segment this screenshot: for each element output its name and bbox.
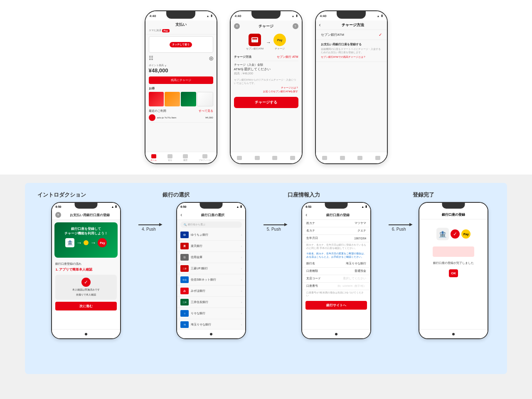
intro-nav	[52, 329, 120, 338]
search-placeholder: 銀行名から選ぶ	[188, 223, 205, 227]
history-icon-3	[357, 156, 362, 160]
nav-send[interactable]: 送る	[167, 154, 172, 161]
nav-profile[interactable]: プロフィール	[199, 154, 211, 161]
bank-option-link[interactable]: セブン銀行ATMでの残高チャージとは？	[321, 55, 382, 59]
nav-home-3[interactable]	[322, 156, 327, 160]
bank-nav	[177, 329, 245, 338]
phone-complete: 6:54 ▲ ▮ 銀行口座の登録 🏦 ✓ Pay 銀行口座の登録が完了しました	[419, 202, 488, 339]
resona-chevron: ›	[241, 312, 242, 315]
bank-item-saitama[interactable]: 埼 埼玉りそな銀行 ›	[177, 319, 245, 330]
bottom-section: イントロダクション 6:50 ▲ ▮ ✕ お支払い用銀行口座の登録	[25, 183, 507, 374]
selfie-box: ✓ 本人確認は実施済みです 自撮りで本人確認	[55, 275, 117, 300]
account-title: 銀行口座の登録	[309, 213, 367, 217]
bank-item-shinkin[interactable]: 信 信用金庫 ›	[177, 252, 245, 263]
payment-title: 支払い	[149, 22, 213, 27]
arrow-line-5	[264, 224, 284, 225]
home-icon-2	[237, 156, 242, 160]
selfie-link[interactable]: 自撮りで本人確認	[76, 293, 96, 297]
bank-back[interactable]: ‹	[180, 212, 182, 218]
all-btn[interactable]: すべて見る	[199, 109, 213, 113]
intro-wifi: ▲	[111, 205, 114, 208]
nav-history-2[interactable]	[272, 156, 277, 160]
back-btn[interactable]: ‹	[319, 22, 321, 28]
step-intro-label: イントロダクション	[37, 191, 86, 199]
nearest-link[interactable]: お近くのセブン銀行ATMを探す	[234, 90, 298, 94]
method-atm-name: セブン銀行ATM	[321, 32, 344, 37]
nav-home[interactable]: ホーム	[150, 154, 157, 161]
method-bank-option[interactable]: お支払い用銀行口座を登録する 金融機関の口座をスマートペイにチャージ・入金するた…	[316, 40, 387, 62]
yucho-chevron: ›	[241, 233, 242, 237]
nav-send-2[interactable]	[255, 156, 260, 160]
profile-icon-3	[375, 156, 380, 160]
charge-link[interactable]: チャージとは？	[234, 86, 298, 90]
sbi-name: 住信SBIネット銀行	[191, 278, 239, 282]
bank-item-smbc[interactable]: 三井 三井住友銀行 ›	[177, 297, 245, 308]
account-mei: 名カナ クエナ	[302, 227, 370, 235]
sbi-chevron: ›	[241, 278, 242, 282]
flow-to: Pay チャージ	[273, 34, 286, 51]
qr-button[interactable]: タッチして使う	[170, 42, 192, 47]
barcode-icon: ☷	[149, 55, 153, 61]
step-complete-label: 登録完了	[413, 191, 434, 199]
shinkin-name: 信用金庫	[191, 255, 239, 259]
yucho-name: ゆうちょ銀行	[191, 233, 239, 237]
nav-profile-label: プロフィール	[199, 159, 211, 161]
complete-pay-icon: Pay	[461, 229, 470, 239]
nav-home-2[interactable]	[237, 156, 242, 160]
rakuten-name: 楽天銀行	[191, 244, 239, 248]
bank-search[interactable]: 🔍 銀行名から選ぶ	[180, 222, 242, 228]
bank-item-sbi[interactable]: 住信 住信SBIネット銀行 ›	[177, 274, 245, 286]
method-atm-item[interactable]: セブン銀行ATM ✓	[316, 30, 387, 40]
barcode-row: ☷ ◎	[145, 54, 217, 62]
nav-send-3[interactable]	[340, 156, 345, 160]
bank-item-rakuten[interactable]: 楽 楽天銀行 ›	[177, 241, 245, 252]
smbc-chevron: ›	[241, 300, 242, 304]
bank-item-resona[interactable]: り りそな銀行 ›	[177, 308, 245, 319]
intro-icons-row: 🏦 → → Pay	[65, 238, 107, 247]
mei-label: 名カナ	[306, 229, 315, 233]
charge-do-button[interactable]: チャージする	[234, 97, 298, 108]
ok-button[interactable]: OK	[449, 269, 458, 277]
nav-profile-2[interactable]	[290, 156, 295, 160]
phone-charge: 4:40 ▲ ▮ ✕ チャージ ?	[230, 10, 303, 164]
recent-amount: ¥4,000	[205, 116, 213, 119]
charge-button[interactable]: 残高にチャージ	[149, 76, 213, 84]
otoku-section: お得	[145, 85, 217, 108]
account-note1: 姓カナ、名カナ、生年月日は銀行に登録されているものと同じ用 手本の口座を確認して…	[302, 242, 370, 251]
shinkin-chevron: ›	[241, 256, 242, 259]
battery-icon: ▮	[211, 14, 212, 17]
bank-item-mizuho[interactable]: み みずほ銀行 ›	[177, 286, 245, 297]
resona-name: りそな銀行	[191, 311, 239, 315]
nav-history[interactable]: 履歴	[183, 154, 188, 161]
nav-profile-3[interactable]	[375, 156, 380, 160]
account-status-icons: ▲ ▮	[361, 205, 367, 208]
account-sei: 姓カナ マツヤマ	[302, 220, 370, 227]
amount-sublabel: ATMを選択してください	[234, 67, 298, 71]
intro-close[interactable]: ✕	[55, 212, 61, 218]
mizuho-name: みずほ銀行	[191, 289, 239, 293]
otoku-title: お得	[149, 86, 213, 91]
bank-item-mufg[interactable]: 三菱 三菱UFJ銀行 ›	[177, 263, 245, 274]
info-btn[interactable]: ?	[293, 23, 298, 29]
wifi-icon-3: ▲	[377, 15, 380, 17]
bank-site-button[interactable]: 銀行サイトへ	[305, 301, 367, 310]
smbc-logo: 三井	[180, 299, 189, 305]
top-section: 4:40 ▲ ▮ 支払い スマた決済 Pay タッチして使う ☷ ◎	[0, 0, 532, 175]
selfie-check-icon: ✓	[81, 278, 91, 287]
next-button[interactable]: 次に進む	[55, 302, 117, 310]
close-btn[interactable]: ✕	[234, 23, 240, 29]
pay-icon: Pay	[273, 34, 286, 46]
account-back[interactable]: ‹	[305, 212, 307, 218]
nav-history-3[interactable]	[357, 156, 362, 160]
mufg-logo: 三菱	[180, 265, 189, 272]
banner-row	[149, 92, 213, 106]
flow-arrow: →	[266, 39, 271, 45]
rakuten-logo: 楽	[180, 243, 189, 249]
bank-item-yucho[interactable]: ゆ ゆうちょ銀行 ›	[177, 229, 245, 241]
home-icon-3	[322, 156, 327, 160]
location-icon: ◎	[209, 55, 213, 61]
intro-header: ✕ お支払い用銀行口座の登録	[52, 210, 120, 220]
to-label: チャージ	[275, 47, 285, 51]
nav-home-label: ホーム	[150, 159, 157, 161]
phone-charge-method: 4:40 ▲ ▮ ‹ チャージ方法 セブン銀行ATM ✓ お支払い用銀行口座を登…	[315, 10, 388, 164]
